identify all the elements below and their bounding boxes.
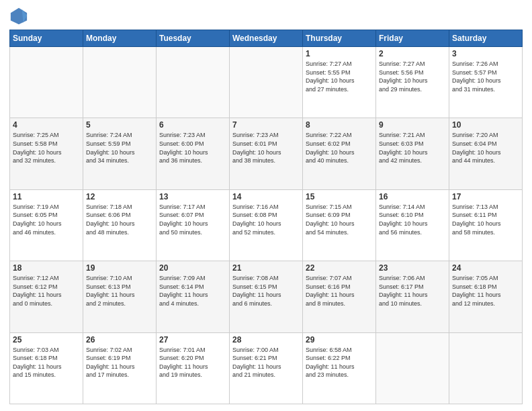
day-number: 13: [159, 192, 226, 201]
day-cell: 17Sunrise: 7:13 AM Sunset: 6:11 PM Dayli…: [449, 189, 523, 261]
weekday-header-friday: Friday: [376, 30, 449, 47]
day-cell: 2Sunrise: 7:27 AM Sunset: 5:56 PM Daylig…: [376, 47, 449, 118]
day-cell: 21Sunrise: 7:08 AM Sunset: 6:15 PM Dayli…: [230, 261, 303, 332]
day-cell: [376, 332, 449, 404]
day-content: Sunrise: 7:25 AM Sunset: 5:58 PM Dayligh…: [13, 131, 80, 165]
day-content: Sunrise: 7:15 AM Sunset: 6:09 PM Dayligh…: [306, 203, 373, 236]
day-number: 11: [13, 192, 80, 201]
day-content: Sunrise: 7:08 AM Sunset: 6:15 PM Dayligh…: [232, 274, 300, 308]
day-content: Sunrise: 7:06 AM Sunset: 6:17 PM Dayligh…: [379, 274, 446, 308]
day-content: Sunrise: 7:23 AM Sunset: 6:01 PM Dayligh…: [232, 131, 300, 165]
day-cell: 1Sunrise: 7:27 AM Sunset: 5:55 PM Daylig…: [303, 47, 376, 118]
day-cell: 20Sunrise: 7:09 AM Sunset: 6:14 PM Dayli…: [157, 261, 230, 332]
day-number: 19: [86, 263, 153, 273]
day-content: Sunrise: 7:19 AM Sunset: 6:05 PM Dayligh…: [13, 203, 80, 236]
day-cell: 28Sunrise: 7:00 AM Sunset: 6:21 PM Dayli…: [230, 332, 303, 404]
day-content: Sunrise: 7:26 AM Sunset: 5:57 PM Dayligh…: [452, 60, 519, 93]
day-cell: [230, 47, 303, 118]
day-cell: 14Sunrise: 7:16 AM Sunset: 6:08 PM Dayli…: [230, 189, 303, 261]
week-row-2: 4Sunrise: 7:25 AM Sunset: 5:58 PM Daylig…: [10, 118, 523, 189]
day-content: Sunrise: 7:02 AM Sunset: 6:19 PM Dayligh…: [86, 346, 153, 379]
day-cell: 12Sunrise: 7:18 AM Sunset: 6:06 PM Dayli…: [83, 189, 157, 261]
day-cell: 4Sunrise: 7:25 AM Sunset: 5:58 PM Daylig…: [10, 118, 83, 189]
day-number: 17: [452, 192, 519, 201]
logo: [9, 7, 31, 26]
day-cell: 8Sunrise: 7:22 AM Sunset: 6:02 PM Daylig…: [303, 118, 376, 189]
day-number: 5: [86, 120, 153, 130]
day-cell: 27Sunrise: 7:01 AM Sunset: 6:20 PM Dayli…: [157, 332, 230, 404]
day-number: 10: [452, 120, 519, 130]
week-row-5: 25Sunrise: 7:03 AM Sunset: 6:18 PM Dayli…: [10, 332, 523, 404]
day-cell: 29Sunrise: 6:58 AM Sunset: 6:22 PM Dayli…: [303, 332, 376, 404]
day-number: 22: [306, 263, 373, 273]
day-number: 18: [13, 263, 80, 273]
day-cell: [157, 47, 230, 118]
day-number: 25: [13, 335, 80, 345]
day-cell: [83, 47, 157, 118]
day-cell: [10, 47, 83, 118]
day-cell: 15Sunrise: 7:15 AM Sunset: 6:09 PM Dayli…: [303, 189, 376, 261]
day-number: 2: [379, 49, 446, 58]
day-number: 24: [452, 263, 519, 273]
day-number: 3: [452, 49, 519, 58]
day-content: Sunrise: 7:23 AM Sunset: 6:00 PM Dayligh…: [159, 131, 226, 165]
day-number: 29: [306, 335, 373, 345]
day-number: 12: [86, 192, 153, 201]
day-cell: 10Sunrise: 7:20 AM Sunset: 6:04 PM Dayli…: [449, 118, 523, 189]
day-content: Sunrise: 7:13 AM Sunset: 6:11 PM Dayligh…: [452, 203, 519, 236]
day-content: Sunrise: 7:07 AM Sunset: 6:16 PM Dayligh…: [306, 274, 373, 308]
day-content: Sunrise: 7:05 AM Sunset: 6:18 PM Dayligh…: [452, 274, 519, 308]
day-content: Sunrise: 7:27 AM Sunset: 5:56 PM Dayligh…: [379, 60, 446, 93]
day-number: 27: [159, 335, 226, 345]
weekday-header-saturday: Saturday: [449, 30, 523, 47]
day-content: Sunrise: 7:21 AM Sunset: 6:03 PM Dayligh…: [379, 131, 446, 165]
day-content: Sunrise: 6:58 AM Sunset: 6:22 PM Dayligh…: [306, 346, 373, 379]
day-number: 16: [379, 192, 446, 201]
day-cell: 3Sunrise: 7:26 AM Sunset: 5:57 PM Daylig…: [449, 47, 523, 118]
day-cell: 5Sunrise: 7:24 AM Sunset: 5:59 PM Daylig…: [83, 118, 157, 189]
day-number: 8: [306, 120, 373, 130]
day-content: Sunrise: 7:09 AM Sunset: 6:14 PM Dayligh…: [159, 274, 226, 308]
day-cell: 26Sunrise: 7:02 AM Sunset: 6:19 PM Dayli…: [83, 332, 157, 404]
day-content: Sunrise: 7:22 AM Sunset: 6:02 PM Dayligh…: [306, 131, 373, 165]
weekday-header-thursday: Thursday: [303, 30, 376, 47]
day-content: Sunrise: 7:18 AM Sunset: 6:06 PM Dayligh…: [86, 203, 153, 236]
day-number: 26: [86, 335, 153, 345]
weekday-header-row: SundayMondayTuesdayWednesdayThursdayFrid…: [10, 30, 523, 47]
weekday-header-monday: Monday: [83, 30, 157, 47]
day-number: 6: [159, 120, 226, 130]
day-cell: 6Sunrise: 7:23 AM Sunset: 6:00 PM Daylig…: [157, 118, 230, 189]
day-cell: 23Sunrise: 7:06 AM Sunset: 6:17 PM Dayli…: [376, 261, 449, 332]
day-content: Sunrise: 7:12 AM Sunset: 6:12 PM Dayligh…: [13, 274, 80, 308]
day-content: Sunrise: 7:24 AM Sunset: 5:59 PM Dayligh…: [86, 131, 153, 165]
day-number: 4: [13, 120, 80, 130]
logo-icon: [9, 7, 28, 26]
day-content: Sunrise: 7:03 AM Sunset: 6:18 PM Dayligh…: [13, 346, 80, 379]
day-number: 15: [306, 192, 373, 201]
week-row-1: 1Sunrise: 7:27 AM Sunset: 5:55 PM Daylig…: [10, 47, 523, 118]
day-cell: 16Sunrise: 7:14 AM Sunset: 6:10 PM Dayli…: [376, 189, 449, 261]
day-content: Sunrise: 7:20 AM Sunset: 6:04 PM Dayligh…: [452, 131, 519, 165]
day-cell: [449, 332, 523, 404]
day-content: Sunrise: 7:00 AM Sunset: 6:21 PM Dayligh…: [232, 346, 300, 379]
weekday-header-tuesday: Tuesday: [157, 30, 230, 47]
day-cell: 19Sunrise: 7:10 AM Sunset: 6:13 PM Dayli…: [83, 261, 157, 332]
day-content: Sunrise: 7:10 AM Sunset: 6:13 PM Dayligh…: [86, 274, 153, 308]
day-cell: 18Sunrise: 7:12 AM Sunset: 6:12 PM Dayli…: [10, 261, 83, 332]
header: [9, 7, 523, 26]
day-number: 23: [379, 263, 446, 273]
day-content: Sunrise: 7:17 AM Sunset: 6:07 PM Dayligh…: [159, 203, 226, 236]
day-number: 21: [232, 263, 300, 273]
day-number: 28: [232, 335, 300, 345]
day-content: Sunrise: 7:14 AM Sunset: 6:10 PM Dayligh…: [379, 203, 446, 236]
day-cell: 24Sunrise: 7:05 AM Sunset: 6:18 PM Dayli…: [449, 261, 523, 332]
day-cell: 7Sunrise: 7:23 AM Sunset: 6:01 PM Daylig…: [230, 118, 303, 189]
day-cell: 9Sunrise: 7:21 AM Sunset: 6:03 PM Daylig…: [376, 118, 449, 189]
day-content: Sunrise: 7:01 AM Sunset: 6:20 PM Dayligh…: [159, 346, 226, 379]
day-cell: 22Sunrise: 7:07 AM Sunset: 6:16 PM Dayli…: [303, 261, 376, 332]
day-number: 9: [379, 120, 446, 130]
day-cell: 11Sunrise: 7:19 AM Sunset: 6:05 PM Dayli…: [10, 189, 83, 261]
day-content: Sunrise: 7:27 AM Sunset: 5:55 PM Dayligh…: [306, 60, 373, 93]
weekday-header-sunday: Sunday: [10, 30, 83, 47]
day-number: 1: [306, 49, 373, 58]
